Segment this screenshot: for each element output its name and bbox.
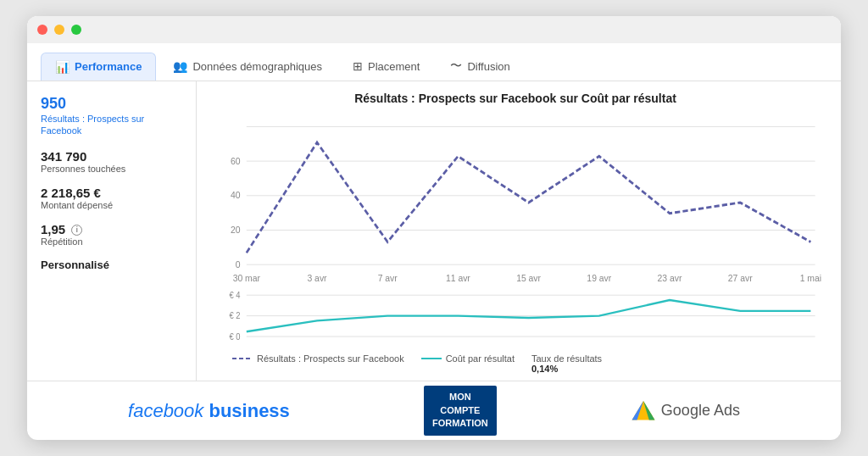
svg-text:€ 0: € 0 xyxy=(230,331,241,342)
svg-text:23 avr: 23 avr xyxy=(658,272,682,283)
google-ads-logo: Google Ads xyxy=(631,398,740,424)
svg-text:60: 60 xyxy=(231,155,241,166)
purple-legend-line xyxy=(232,358,253,359)
metric-repetition-value: 1,95 i xyxy=(41,222,182,236)
legend-taux: Taux de résultats 0,14% xyxy=(531,353,602,374)
personalise-label[interactable]: Personnalisé xyxy=(41,259,182,271)
legend-teal-label: Coût par résultat xyxy=(446,353,515,364)
tab-placement-label: Placement xyxy=(368,60,420,73)
svg-text:7 avr: 7 avr xyxy=(378,272,398,283)
info-icon[interactable]: i xyxy=(71,225,82,236)
svg-text:15 avr: 15 avr xyxy=(516,272,541,283)
close-dot[interactable] xyxy=(37,25,47,35)
teal-legend-line xyxy=(421,358,442,359)
svg-text:40: 40 xyxy=(231,190,241,201)
legend-purple-label: Résultats : Prospects sur Facebook xyxy=(257,353,404,364)
svg-text:19 avr: 19 avr xyxy=(587,272,611,283)
svg-text:30 mar: 30 mar xyxy=(233,272,261,283)
fb-business-text: business xyxy=(209,400,289,421)
svg-text:1 mai: 1 mai xyxy=(800,272,821,283)
metric-reach-label: Personnes touchées xyxy=(41,164,182,174)
minimize-dot[interactable] xyxy=(54,25,64,35)
legend-taux-value: 0,14% xyxy=(531,364,602,374)
legend-purple: Résultats : Prospects sur Facebook xyxy=(232,353,404,364)
fb-logo-text: facebook xyxy=(128,400,203,421)
svg-text:3 avr: 3 avr xyxy=(307,272,326,283)
chart-container: 0 20 40 60 30 mar 3 avr 7 avr 11 avr 15 … xyxy=(207,112,824,348)
tab-performance[interactable]: 📊 Performance xyxy=(41,53,156,81)
metric-repetition-label: Répétition xyxy=(41,236,182,247)
tab-demographics-label: Données démographiques xyxy=(192,60,322,73)
tab-diffusion[interactable]: 〜 Diffusion xyxy=(437,52,523,81)
mcf-line3: FORMATION xyxy=(432,417,488,430)
chart-svg: 0 20 40 60 30 mar 3 avr 7 avr 11 avr 15 … xyxy=(207,112,824,348)
chart-area: Résultats : Prospects sur Facebook sur C… xyxy=(197,81,841,381)
maximize-dot[interactable] xyxy=(71,25,81,35)
svg-text:11 avr: 11 avr xyxy=(446,272,470,283)
metric-reach: 341 790 Personnes touchées xyxy=(41,149,182,174)
mcf-line1: MON xyxy=(432,391,488,403)
svg-text:20: 20 xyxy=(231,224,241,235)
performance-icon: 📊 xyxy=(55,60,70,74)
demographics-icon: 👥 xyxy=(173,59,187,73)
metric-reach-value: 341 790 xyxy=(41,149,182,164)
chart-title: Résultats : Prospects sur Facebook sur C… xyxy=(207,92,824,105)
purple-line xyxy=(247,142,811,253)
legend-teal: Coût par résultat xyxy=(421,353,515,364)
tab-placement[interactable]: ⊞ Placement xyxy=(339,53,433,80)
tab-demographics[interactable]: 👥 Données démographiques xyxy=(159,53,336,80)
metric-results: 950 Résultats : Prospects sur Facebook xyxy=(41,95,182,137)
mcf-line2: COMPTE xyxy=(432,404,488,417)
metric-repetition: 1,95 i Répétition xyxy=(41,222,182,247)
tab-performance-label: Performance xyxy=(75,60,142,73)
sidebar: 950 Résultats : Prospects sur Facebook 3… xyxy=(27,81,197,381)
svg-text:27 avr: 27 avr xyxy=(728,272,753,283)
legend-taux-label: Taux de résultats xyxy=(531,353,602,364)
metric-results-label[interactable]: Résultats : Prospects sur Facebook xyxy=(41,113,182,137)
nav-tabs: 📊 Performance 👥 Données démographiques ⊞… xyxy=(27,43,841,81)
metric-spend: 2 218,65 € Montant dépensé xyxy=(41,186,182,210)
chart-legend: Résultats : Prospects sur Facebook Coût … xyxy=(207,353,824,374)
placement-icon: ⊞ xyxy=(353,59,363,73)
main-area: 950 Résultats : Prospects sur Facebook 3… xyxy=(27,81,841,381)
google-ads-text: Google Ads xyxy=(661,402,740,420)
google-ads-icon xyxy=(631,398,656,424)
svg-text:0: 0 xyxy=(236,259,241,270)
facebook-business-logo: facebook business xyxy=(128,400,290,422)
metric-spend-label: Montant dépensé xyxy=(41,200,182,210)
content-area: 📊 Performance 👥 Données démographiques ⊞… xyxy=(27,43,841,440)
svg-text:€ 4: € 4 xyxy=(230,290,241,300)
mcf-logo: MON COMPTE FORMATION xyxy=(424,386,497,435)
tab-diffusion-label: Diffusion xyxy=(467,60,509,73)
main-window: 📊 Performance 👥 Données démographiques ⊞… xyxy=(27,16,841,440)
diffusion-icon: 〜 xyxy=(450,58,462,74)
svg-text:€ 2: € 2 xyxy=(230,311,241,321)
footer: facebook business MON COMPTE FORMATION xyxy=(27,381,841,440)
metric-results-value[interactable]: 950 xyxy=(41,95,182,113)
metric-spend-value: 2 218,65 € xyxy=(41,186,182,200)
titlebar xyxy=(27,16,841,43)
